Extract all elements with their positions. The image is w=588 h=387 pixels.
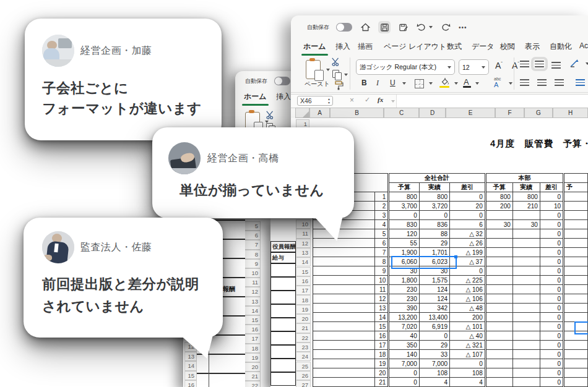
honbu-diff-cell[interactable]: 0	[540, 378, 563, 387]
grow-font-icon[interactable]: Aˆ	[495, 61, 503, 70]
honbu-budget-cell[interactable]: 30	[485, 220, 512, 229]
actual-cell[interactable]: 800	[419, 192, 449, 202]
text-effects-icon[interactable]: abcA	[494, 77, 501, 88]
row-header-14[interactable]: 14	[243, 306, 261, 315]
cut-icon[interactable]	[266, 111, 275, 119]
honbu-diff-cell[interactable]: 0	[540, 313, 563, 322]
row-header-20[interactable]: 20	[243, 362, 261, 372]
align-left-icon[interactable]	[520, 79, 529, 86]
label-cell[interactable]	[313, 368, 375, 378]
budget-cell[interactable]: 0	[389, 378, 419, 387]
tab-挿入[interactable]: 挿入	[276, 91, 291, 102]
actual-cell[interactable]: 33	[419, 350, 449, 359]
honbu-budget-cell[interactable]	[485, 229, 512, 239]
autosave-toggle[interactable]	[274, 77, 290, 85]
tab-表示[interactable]: 表示	[525, 41, 540, 52]
partial-cell[interactable]	[564, 239, 588, 248]
insert-function-icon[interactable]: fx	[378, 96, 383, 103]
row-no[interactable]: 3	[374, 211, 389, 220]
row-no[interactable]: 7	[374, 248, 389, 257]
row-header-11[interactable]: 11	[243, 278, 261, 287]
actual-cell[interactable]: 13,400	[419, 313, 449, 322]
label-cell[interactable]	[313, 285, 375, 294]
borders-icon[interactable]	[415, 79, 424, 88]
selected-cell[interactable]	[574, 321, 588, 334]
row-header-13[interactable]: 13	[243, 297, 261, 306]
row-no[interactable]: 5	[374, 229, 389, 239]
budget-cell[interactable]: 0	[389, 211, 419, 220]
honbu-diff-cell[interactable]: 0	[540, 211, 563, 220]
partial-cell[interactable]	[564, 350, 588, 359]
row-header-7[interactable]: 7	[243, 240, 261, 249]
autosave-toggle[interactable]	[336, 23, 352, 32]
honbu-actual-cell[interactable]: 30	[512, 220, 540, 229]
row-no[interactable]: 2	[374, 202, 389, 211]
actual-cell[interactable]: 4	[419, 378, 449, 387]
honbu-actual-cell[interactable]	[512, 368, 540, 378]
honbu-actual-cell[interactable]	[512, 331, 540, 341]
selected-range[interactable]	[391, 256, 457, 269]
subheader-honbu-実績[interactable]: 実績	[512, 183, 540, 192]
budget-cell[interactable]: 1,800	[389, 276, 419, 285]
row-no[interactable]: 4	[374, 220, 389, 229]
budget-cell[interactable]: 7,020	[389, 322, 419, 331]
tab-ホーム[interactable]: ホーム	[303, 41, 326, 52]
row-header-5[interactable]: 5	[243, 221, 261, 231]
honbu-actual-cell[interactable]	[512, 257, 540, 266]
row-header-19[interactable]: 19	[243, 353, 261, 362]
row-no[interactable]: 19	[374, 359, 389, 368]
row-no[interactable]: 14	[374, 313, 389, 322]
save-icon[interactable]	[378, 21, 391, 33]
actual-cell[interactable]: 124	[419, 294, 449, 304]
fill-color-icon[interactable]	[440, 77, 449, 85]
budget-cell[interactable]: 13,200	[389, 313, 419, 322]
row-no[interactable]: 10	[374, 276, 389, 285]
honbu-actual-cell[interactable]	[512, 322, 540, 331]
align-top-icon[interactable]	[520, 61, 529, 67]
budget-cell[interactable]: 830	[389, 220, 419, 229]
tab-数式[interactable]: 数式	[447, 41, 462, 52]
diff-cell[interactable]: △ 40	[450, 331, 486, 341]
label-cell[interactable]	[313, 276, 375, 285]
honbu-diff-cell[interactable]: 0	[540, 192, 563, 202]
honbu-budget-cell[interactable]	[485, 239, 512, 248]
row-header-16[interactable]: 16	[243, 325, 261, 334]
budget-cell[interactable]: 120	[389, 229, 419, 239]
honbu-budget-cell[interactable]	[485, 248, 512, 257]
label-cell[interactable]	[313, 266, 375, 276]
partial-cell[interactable]	[564, 211, 588, 220]
actual-cell[interactable]: 29	[419, 341, 449, 350]
budget-cell[interactable]: 7,000	[389, 359, 419, 368]
honbu-actual-cell[interactable]	[512, 229, 540, 239]
honbu-diff-cell[interactable]: 0	[540, 248, 563, 257]
chevron-down-icon[interactable]	[475, 82, 479, 85]
row-header-9[interactable]: 9	[243, 259, 261, 268]
honbu-diff-cell[interactable]: 0	[540, 220, 563, 229]
chevron-down-icon[interactable]	[326, 69, 330, 71]
row-no[interactable]: 6	[374, 239, 389, 248]
column-header-F[interactable]: F	[495, 108, 524, 118]
honbu-diff-cell[interactable]: 0	[540, 331, 563, 341]
diff-cell[interactable]: 200	[450, 313, 486, 322]
honbu-budget-cell[interactable]	[485, 378, 512, 387]
row-header-22[interactable]: 22	[243, 381, 261, 387]
chevron-down-icon[interactable]	[344, 74, 348, 76]
honbu-budget-cell[interactable]	[485, 294, 512, 304]
group-header-partial[interactable]	[564, 174, 588, 183]
honbu-diff-cell[interactable]: 0	[540, 341, 563, 350]
row-no[interactable]: 8	[374, 257, 389, 266]
label-cell[interactable]	[313, 257, 375, 266]
label-cell[interactable]	[313, 304, 375, 313]
orientation-icon[interactable]	[569, 59, 581, 69]
column-header-G[interactable]: G	[524, 108, 553, 118]
column-header-C[interactable]: C	[384, 108, 419, 118]
honbu-budget-cell[interactable]	[485, 341, 512, 350]
paste-label[interactable]: ペースト	[305, 80, 330, 88]
partial-cell[interactable]	[564, 202, 588, 211]
actual-cell[interactable]: 342	[419, 304, 449, 313]
group-header-honbu[interactable]: 本部	[485, 174, 563, 183]
align-middle-icon[interactable]	[535, 61, 544, 67]
label-cell[interactable]	[313, 322, 375, 331]
copy-icon[interactable]	[332, 70, 339, 78]
font-color-icon[interactable]: A	[464, 77, 469, 87]
